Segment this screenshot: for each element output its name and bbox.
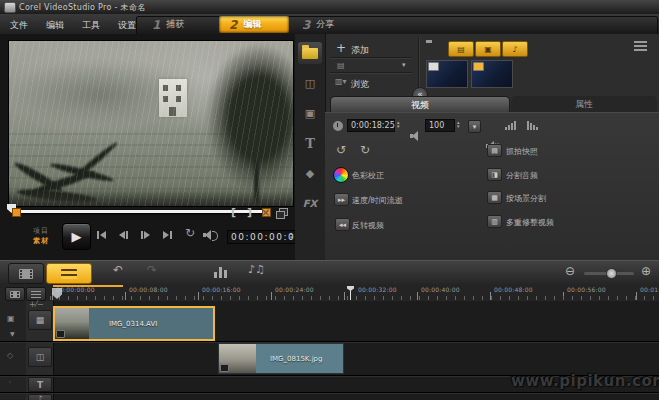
tab-share[interactable]: 3 分享 (292, 16, 362, 33)
rotate-left-button[interactable]: ↺ (336, 143, 346, 157)
end-button[interactable] (163, 229, 172, 241)
duration-field[interactable]: 0:00:18:25 (347, 119, 395, 132)
volume-field[interactable]: 100 (425, 119, 455, 132)
nav-decoration-icon[interactable]: ◆ (298, 162, 322, 184)
speed-icon: ▸▸ (334, 193, 349, 206)
timeline-clip-video[interactable]: IMG_0314.AVI (53, 306, 215, 341)
repeat-button[interactable]: ↻ (185, 226, 195, 240)
zoom-out-icon[interactable]: ⊖ (565, 264, 575, 278)
preview-video[interactable] (8, 40, 294, 207)
play-button[interactable]: ▶ (62, 223, 91, 250)
browse-button[interactable]: 浏览 (351, 78, 369, 91)
voice-track-button[interactable]: ♪ (28, 394, 52, 400)
volume-spinner[interactable]: ▴▾ (457, 120, 460, 128)
auto-music-icon[interactable]: ♪♫ (248, 263, 265, 276)
video-track-expand-icon[interactable]: ▼ (10, 330, 15, 337)
nav-graphic-icon[interactable]: ▣ (298, 102, 322, 124)
gallery-dropdown-chevron[interactable]: ▾ (402, 61, 406, 69)
tab-attribute-options[interactable]: 属性 (511, 96, 657, 112)
delete-clip-button[interactable]: × (261, 206, 270, 219)
clip-type-badge (220, 364, 229, 372)
timeline-view-button[interactable] (46, 263, 92, 284)
overlay-track-button[interactable]: ◫ (28, 347, 52, 367)
track-add-remove-icons[interactable]: +⁄− (29, 300, 44, 309)
menu-edit[interactable]: 编辑 (46, 19, 64, 32)
previous-frame-button[interactable] (119, 229, 128, 241)
ruler-label: 00:00:48:00 (494, 286, 533, 293)
storyboard-view-button[interactable] (8, 263, 44, 284)
split-audio-button[interactable]: 分割音频 (506, 170, 538, 181)
menu-file[interactable]: 文件 (10, 19, 28, 32)
nav-title-icon[interactable]: T (298, 132, 322, 154)
mark-out-button[interactable]: ] (247, 206, 252, 219)
app-icon (4, 2, 16, 13)
enlarge-preview-icon[interactable] (276, 208, 287, 217)
fade-out-icon[interactable] (527, 121, 538, 130)
filter-video-button[interactable]: ▤ (448, 41, 474, 57)
track-manager-button[interactable] (26, 287, 46, 301)
color-correction-button[interactable]: 色彩校正 (352, 170, 384, 181)
speed-timelapse-button[interactable]: 速度/时间流逝 (352, 195, 403, 206)
tab-edit-number: 2 (229, 18, 237, 32)
filter-photo-button[interactable]: ▣ (475, 41, 501, 57)
video-track-mute-icon[interactable]: ▣ (7, 314, 15, 323)
show-all-tracks-button[interactable] (5, 287, 25, 301)
tab-video-options[interactable]: 视频 (330, 96, 510, 113)
snapshot-icon: ▤ (487, 144, 502, 157)
menu-tools[interactable]: 工具 (82, 19, 100, 32)
gallery-dropdown-icon[interactable]: ▤ (337, 61, 345, 70)
rotate-right-button[interactable]: ↻ (360, 143, 370, 157)
tab-capture-label: 捕获 (166, 18, 184, 31)
tab-share-label: 分享 (316, 18, 334, 31)
tab-edit[interactable]: 2 编辑 (219, 16, 289, 33)
timecode-spinner[interactable]: ▴▾ (290, 231, 293, 239)
rain-overlay (9, 41, 293, 206)
ruler-label: 00:01:04:00 (640, 286, 659, 293)
reverse-video-button[interactable]: 反转视频 (352, 220, 384, 231)
media-thumbnail[interactable] (471, 60, 513, 88)
home-button[interactable] (97, 229, 106, 241)
ruler-label: 00:00:16:00 (202, 286, 241, 293)
nav-filter-icon[interactable]: FX (298, 192, 322, 214)
window-title: Corel VideoStudio Pro - 未命名 (19, 2, 145, 13)
track-separator (0, 341, 659, 342)
fade-menu-icon[interactable]: ▾ (468, 120, 481, 133)
title-track-button[interactable]: T (28, 377, 52, 392)
snapshot-button[interactable]: 抓拍快照 (506, 146, 538, 157)
duration-spinner[interactable]: ▴▾ (397, 120, 400, 128)
fade-in-icon[interactable] (505, 121, 516, 130)
nav-transition-icon[interactable]: ◫ (298, 72, 322, 94)
ruler-label: 00:00:32:00 (358, 286, 397, 293)
add-folder-button[interactable]: 添加 (351, 44, 369, 57)
filter-audio-button[interactable]: ♪ (502, 41, 528, 57)
overlay-track-mute-icon[interactable]: ◇ (7, 351, 13, 360)
view-options-icon[interactable] (634, 41, 647, 53)
ruler-label: 00:00:08:00 (129, 286, 168, 293)
next-frame-button[interactable] (141, 229, 150, 241)
timeline-clip-overlay[interactable]: IMG_0815K.jpg (218, 343, 344, 374)
tab-edit-label: 编辑 (243, 18, 261, 31)
undo-button[interactable]: ↶ (113, 263, 123, 277)
watermark-text: www.pipikun.com (511, 372, 659, 390)
zoom-in-icon[interactable]: ⊕ (641, 264, 651, 278)
split-by-scene-button[interactable]: 按场景分割 (506, 193, 546, 204)
preview-scrubber[interactable] (16, 210, 266, 213)
nav-media-icon[interactable] (298, 42, 322, 64)
video-track-button[interactable]: ▦ (28, 310, 52, 330)
clip-mode-label[interactable]: 素材 (33, 236, 49, 246)
timeline-playhead[interactable] (350, 286, 351, 300)
redo-button[interactable]: ↷ (147, 263, 157, 277)
system-volume-button[interactable] (203, 230, 215, 240)
project-mode-label[interactable]: 项目 (33, 226, 49, 236)
multi-trim-button[interactable]: 多重修整视频 (506, 217, 554, 228)
menu-settings[interactable]: 设置 (118, 19, 136, 32)
tab-capture[interactable]: 1 捕获 (142, 16, 216, 33)
title-track-mute-icon[interactable]: ◦ (8, 378, 12, 386)
zoom-slider-thumb[interactable] (606, 268, 617, 279)
trim-start-handle[interactable] (12, 208, 21, 217)
media-thumbnail[interactable] (426, 60, 468, 88)
app-window: Corel VideoStudio Pro - 未命名 文件 编辑 工具 设置 … (0, 0, 659, 400)
sound-mixer-icon[interactable] (214, 266, 228, 278)
play-icon: ▶ (72, 229, 82, 244)
mark-in-button[interactable]: [ (231, 206, 236, 219)
